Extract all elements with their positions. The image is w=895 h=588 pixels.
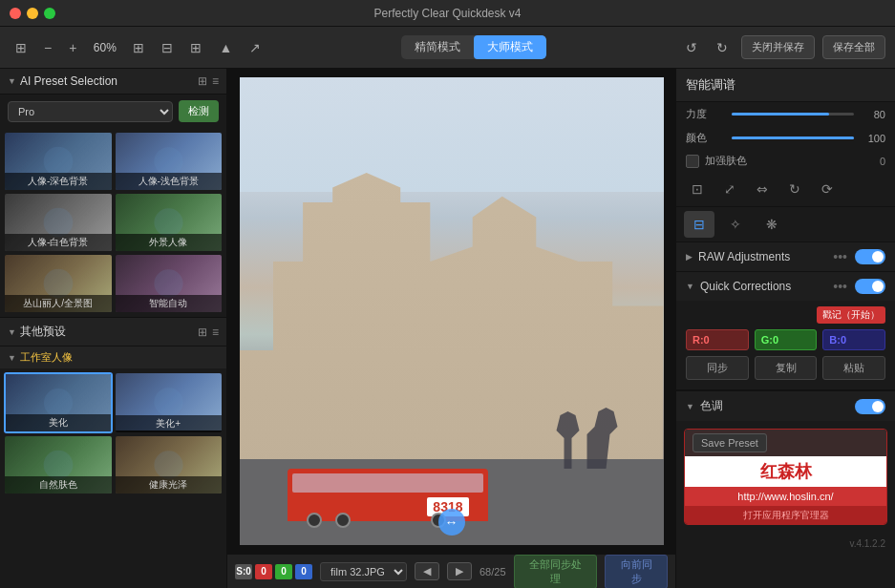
qc-toggle[interactable] <box>855 279 885 294</box>
tab-adjust-btn[interactable]: ⊟ <box>684 211 714 238</box>
qc-content: 戳记（开始） R:0 G:0 B:0 同步 复制 粘贴 <box>676 301 895 389</box>
redo-btn[interactable]: ↻ <box>711 36 734 59</box>
qc-btn-row: 同步 复制 粘贴 <box>686 356 885 380</box>
other-grid-icon[interactable]: ⊞ <box>198 326 207 339</box>
other-list-icon[interactable]: ≡ <box>212 326 219 339</box>
filename-select[interactable]: film 32.JPG <box>320 562 407 581</box>
center-area: 8318 ↔ S:0 0 0 0 film 32.JPG <box>227 69 675 588</box>
save-all-btn[interactable]: 保存全部 <box>822 35 885 59</box>
compare-overlay-btn[interactable]: ↔ <box>438 509 465 536</box>
raw-dots[interactable]: ••• <box>833 249 847 264</box>
preset-item-1[interactable]: 人像-深色背景 <box>4 132 113 191</box>
undo-btn[interactable]: ↺ <box>680 36 703 59</box>
paste-btn[interactable]: 粘贴 <box>822 356 885 380</box>
qc-section: ▼ Quick Corrections ••• 戳记（开始） R:0 G:0 <box>676 272 895 390</box>
strength-fill <box>732 113 829 116</box>
hist-r: 0 <box>255 564 272 579</box>
compare-btn[interactable]: ⊟ <box>156 36 179 59</box>
reset-icon[interactable]: ⟳ <box>816 178 839 200</box>
next-btn[interactable]: ▶ <box>447 562 472 580</box>
copy-btn[interactable]: 复制 <box>755 356 818 380</box>
other-section: ▼ 其他预设 ⊞ ≡ ▼ 工作室人像 美化 美化+ <box>0 317 226 498</box>
raw-section-header[interactable]: ▶ RAW Adjustments ••• <box>676 242 895 271</box>
preset-item-4[interactable]: 外景人像 <box>115 193 224 252</box>
enhance-skin-checkbox[interactable] <box>686 155 699 168</box>
color-track[interactable] <box>732 136 854 139</box>
flip-icon[interactable]: ⇔ <box>751 178 774 200</box>
preset-label-4: 外景人像 <box>116 234 223 251</box>
tab-effects-btn[interactable]: ✧ <box>720 211 751 238</box>
tab-icons-row: ⊟ ✧ ❋ <box>676 207 895 242</box>
version-text: v.4.1.2.2 <box>849 538 885 549</box>
strength-row: 力度 80 <box>676 102 895 126</box>
rotate-icon[interactable]: ↻ <box>783 178 806 200</box>
other-preset-item-2[interactable]: 美化+ <box>115 372 224 433</box>
other-section-header[interactable]: ▼ 其他预设 ⊞ ≡ <box>0 318 226 346</box>
grid-icon[interactable]: ⊞ <box>198 74 207 88</box>
close-traffic-light[interactable] <box>10 8 21 19</box>
plus-btn[interactable]: + <box>63 36 82 59</box>
raw-toggle[interactable] <box>855 249 885 264</box>
master-mode-btn[interactable]: 大师模式 <box>474 35 546 59</box>
subsection-arrow: ▼ <box>8 353 16 363</box>
rgb-b-box[interactable]: B:0 <box>822 329 885 350</box>
list-icon[interactable]: ≡ <box>212 74 219 88</box>
cursor-btn[interactable]: ↗ <box>244 36 266 59</box>
color-toggle[interactable] <box>855 399 885 414</box>
raw-label: RAW Adjustments <box>698 250 833 263</box>
preset-item-3[interactable]: 人像-白色背景 <box>4 193 113 252</box>
other-preset-label-4: 健康光泽 <box>116 476 223 494</box>
subsection-header[interactable]: ▼ 工作室人像 <box>0 346 226 368</box>
minimize-traffic-light[interactable] <box>27 8 38 19</box>
crop-icon[interactable]: ⊡ <box>686 178 709 200</box>
smart-adjust-header: 智能调谱 <box>676 69 895 102</box>
expand-icon[interactable]: ⊞ <box>10 36 32 59</box>
toolbar: ⊞ − + 60% ⊞ ⊟ ⊞ ▲ ↗ 精简模式 大师模式 ↺ ↻ 关闭并保存 … <box>0 27 895 69</box>
ai-section-header[interactable]: ▼ AI Preset Selection ⊞ ≡ <box>0 69 226 94</box>
rgb-r-label: R:0 <box>693 334 710 346</box>
simple-mode-btn[interactable]: 精简模式 <box>401 35 474 59</box>
color-label: 颜色 <box>686 131 724 145</box>
other-section-icons: ⊞ ≡ <box>198 326 219 339</box>
other-preset-label-1: 美化 <box>6 414 111 431</box>
sync-btn[interactable]: 同步 <box>686 356 749 380</box>
other-section-arrow: ▼ <box>8 327 16 337</box>
preset-item-6[interactable]: 智能自动 <box>115 254 224 313</box>
watermark-title: 红森林 <box>760 462 812 481</box>
page-info: 68/25 <box>479 566 506 578</box>
close-save-btn[interactable]: 关闭并保存 <box>741 35 815 59</box>
other-preset-item-1[interactable]: 美化 <box>4 372 113 433</box>
qc-dots[interactable]: ••• <box>833 279 847 294</box>
rgb-r-box[interactable]: R:0 <box>686 329 749 350</box>
preset-select[interactable]: Pro <box>8 101 173 122</box>
rgb-g-box[interactable]: G:0 <box>755 329 818 350</box>
minus-btn[interactable]: − <box>38 36 57 59</box>
main-layout: ▼ AI Preset Selection ⊞ ≡ Pro 检测 人像-深色背景… <box>0 69 895 588</box>
grid-view-btn[interactable]: ⊞ <box>127 36 150 59</box>
transform-icon[interactable]: ⤢ <box>718 178 741 200</box>
color-fill <box>732 136 854 139</box>
layout-btn[interactable]: ⊞ <box>184 36 207 59</box>
tab-tools-btn[interactable]: ❋ <box>756 211 787 238</box>
toolbar-center: 精简模式 大师模式 <box>274 35 672 59</box>
color-section-header[interactable]: ▼ 色调 <box>676 390 895 421</box>
subsection-title: 工作室人像 <box>20 350 219 365</box>
other-preset-item-3[interactable]: 自然肤色 <box>4 435 113 494</box>
save-preset-btn[interactable]: Save Preset <box>693 433 767 452</box>
detect-btn[interactable]: 检测 <box>179 100 219 122</box>
left-panel: ▼ AI Preset Selection ⊞ ≡ Pro 检测 人像-深色背景… <box>0 69 227 588</box>
preset-item-5[interactable]: 丛山丽人/全景图 <box>4 254 113 313</box>
strength-track[interactable] <box>732 113 854 116</box>
other-preset-item-4[interactable]: 健康光泽 <box>115 435 224 494</box>
qc-arrow: ▼ <box>686 282 694 291</box>
sync-all-btn[interactable]: 全部同步处理 <box>514 555 598 589</box>
watermark-desc-bg: 打开应用程序官理器 <box>685 506 886 524</box>
strength-value: 80 <box>862 109 885 120</box>
prev-btn[interactable]: ◀ <box>415 562 439 580</box>
fullscreen-traffic-light[interactable] <box>44 8 55 19</box>
preset-label-3: 人像-白色背景 <box>5 234 112 251</box>
qc-section-header[interactable]: ▼ Quick Corrections ••• <box>676 272 895 301</box>
forward-sync-btn[interactable]: 向前同步 <box>605 555 668 589</box>
preset-item-2[interactable]: 人像-浅色背景 <box>115 132 224 191</box>
arrow-up-btn[interactable]: ▲ <box>213 36 238 59</box>
